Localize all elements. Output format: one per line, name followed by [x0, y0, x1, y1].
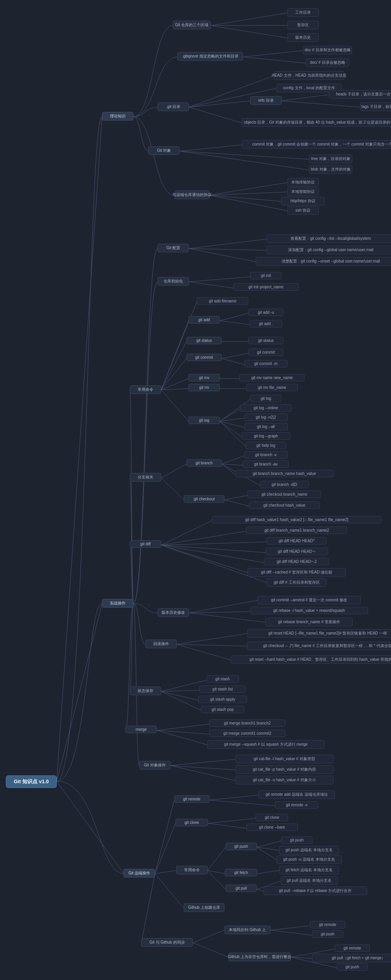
node-git-push-u: git push -u 远端名 本地分支名	[276, 855, 342, 864]
svg-line-61	[189, 601, 257, 613]
svg-line-98	[271, 930, 312, 935]
svg-line-12	[282, 95, 329, 101]
node-git-branch-v: git branch -v	[244, 451, 288, 459]
svg-line-83	[210, 800, 275, 806]
node-git-branch-d: git branch -d|D	[260, 481, 309, 488]
node-git-help-log: git help log	[246, 442, 286, 449]
node-commit-obj: commit 对象，git commit 会创建一个 commit 对象，一个 …	[242, 140, 391, 149]
svg-line-57	[161, 545, 265, 552]
node-git-stash-cmd: git stash	[206, 675, 239, 683]
node-config-view: 查看配置：git config --list --local/global/sy…	[267, 234, 391, 243]
node-git-diff: git diff	[130, 540, 161, 548]
node-git-log-graph: git log --graph	[242, 432, 291, 440]
svg-line-36	[222, 353, 248, 358]
svg-line-44	[220, 421, 241, 437]
node-git-add-filename: git add filename	[197, 297, 248, 305]
svg-line-73	[157, 730, 207, 745]
node-git-add: git add	[188, 316, 220, 324]
node-git-pull-rebase: git pull --rebase # 以 rebase 方式进行合并	[264, 886, 367, 895]
svg-line-15	[179, 151, 309, 159]
node-local-sync-github: 本地同步到 Github 上	[224, 926, 271, 934]
node-git-stash-pop: git stash pop	[201, 706, 244, 713]
svg-line-48	[222, 456, 244, 464]
node-config-add: 添加配置：git config --global user.name/user.…	[267, 246, 391, 254]
node-git-diff-cached: git diff --cached # 暂存区和 HEAD 做比较	[248, 568, 346, 577]
svg-line-3	[211, 13, 287, 25]
node-ssh-protocol: ssh 协议	[287, 206, 319, 215]
svg-line-21	[189, 239, 267, 248]
svg-line-81	[141, 874, 155, 943]
svg-line-47	[161, 478, 184, 500]
node-refs-heads: heads 子目录，该分支最后一次 commit 的 hash_value	[329, 90, 391, 99]
svg-line-1	[57, 604, 102, 781]
node-git-cat-file-t: git cat-file -t hash_value # 对象类型	[235, 755, 334, 763]
node-git-push-sub: git push	[226, 843, 257, 850]
node-objects-dir: objects 目录，Git 对象的存放目录，都由 40 位 hash_valu…	[242, 118, 391, 127]
svg-line-19	[210, 195, 282, 201]
svg-line-17	[210, 183, 287, 195]
node-merge-git-pull-fetch: git pull（git fetch + git merge）	[312, 954, 391, 962]
node-git-init: git init	[250, 272, 282, 279]
svg-line-14	[179, 145, 242, 151]
svg-line-65	[177, 644, 247, 646]
node-repo-init: 仓库初始化	[158, 277, 189, 286]
svg-line-84	[208, 818, 256, 824]
node-git-merge-commit: git merge commit1 commit2	[209, 730, 285, 737]
svg-line-85	[208, 824, 246, 829]
node-git-diff-branch1-branch2: git diff branch_name1 branch_name2	[246, 527, 347, 534]
svg-line-22	[189, 248, 267, 250]
node-git-mv-cmd: git mv name new_name	[239, 374, 305, 381]
svg-line-87	[208, 870, 225, 874]
svg-line-79	[155, 870, 176, 874]
node-gitignore: .gitignore 指定忽略的文件和目录	[178, 52, 243, 61]
svg-line-13	[282, 101, 360, 107]
svg-line-10	[189, 101, 250, 107]
svg-line-69	[161, 691, 198, 700]
svg-line-62	[189, 611, 250, 613]
node-git-clone-bare: git clone --bare	[246, 824, 298, 831]
node-git-rm: git rm	[188, 384, 220, 391]
svg-line-97	[271, 926, 310, 930]
node-github-non-empty-merge: Github 上为非空仓库时，需进行整合	[228, 953, 291, 961]
node-git-merge-branch: git merge branch1 branch2	[209, 719, 285, 727]
svg-line-95	[193, 930, 224, 943]
svg-line-64	[177, 634, 247, 644]
svg-line-54	[161, 521, 212, 545]
svg-line-74	[170, 759, 235, 766]
node-git-rebase-branch: git rebase branch_name # 变基操作	[265, 618, 353, 626]
node-git-mv: git mv	[188, 374, 220, 381]
node-sync-git-remote: git remote	[310, 921, 345, 928]
node-git-reset-head: git reset HEAD [--file_name1 file_name2]…	[247, 629, 391, 638]
node-github-repo: Github 上创建仓库	[184, 903, 224, 912]
node-config-clear: 清楚配置：git config --unset --global user.na…	[256, 257, 391, 266]
node-blob-obj: blob 对象，文件的对象	[309, 165, 352, 174]
node-git-diff-head-head: git diff HEAD HEAD^	[267, 537, 326, 545]
svg-line-56	[161, 542, 267, 545]
node-git-add-u: git add -u	[248, 309, 283, 316]
svg-line-52	[224, 495, 248, 500]
node-git-log-all: git log --all	[244, 423, 288, 430]
node-git-push-remote-branch: git push 远端名 本地分支名	[279, 846, 339, 854]
node-git-config: Git 配置	[158, 244, 189, 252]
node-common-cmds2: 常用命令	[176, 866, 208, 874]
node-git-stash-apply: git stash apply	[198, 696, 247, 703]
svg-line-43	[220, 421, 244, 428]
node-git-pull-sub: git pull	[226, 885, 257, 892]
node-git-init-proj: git init project_name	[233, 283, 299, 291]
node-local-protocol: 本地传输协议	[287, 178, 319, 187]
node-sync-git-push: git push	[312, 930, 343, 938]
node-commit-amend: git commit --amend # 最近一次 commit 修改	[257, 596, 361, 604]
svg-line-94	[257, 889, 264, 891]
node-tree-obj: tree 对象，目录的对象	[309, 155, 352, 163]
svg-line-11	[189, 107, 242, 123]
node-git-diff-head-head2: git diff HEAD HEAD~-	[265, 548, 328, 555]
node-git-add-dot: git add .	[250, 320, 282, 327]
node-remote-protocol: 与远端仓库通信的协议	[174, 191, 210, 199]
node-gitignore-doc-slash: doc/ # 目录会被忽略	[306, 58, 349, 67]
svg-line-60	[161, 545, 267, 583]
node-git-checkout-hash: git checkout hash_value	[249, 502, 320, 509]
node-version-history: 版本历史	[287, 33, 319, 42]
node-git-diff-workdir: git diff # 工作目录和暂存区	[267, 578, 326, 587]
svg-line-75	[170, 766, 235, 770]
svg-line-25	[189, 282, 233, 288]
